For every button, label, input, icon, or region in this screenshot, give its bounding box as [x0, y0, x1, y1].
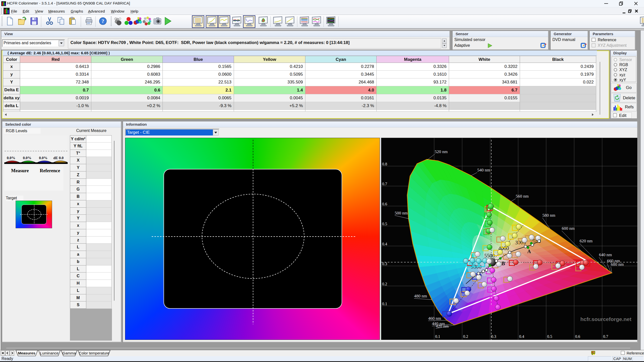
svg-text:640 nm: 640 nm: [599, 252, 612, 257]
svg-text:Gamma: Gamma: [62, 351, 76, 355]
svg-text:0.1: 0.1: [382, 302, 387, 306]
svg-text:B: B: [502, 261, 505, 266]
svg-text:0.1: 0.1: [435, 334, 440, 339]
svg-text:560 nm: 560 nm: [516, 194, 529, 199]
svg-text:0.2: 0.2: [382, 282, 387, 286]
svg-text:580 nm: 580 nm: [542, 213, 555, 218]
svg-text:Luminance: Luminance: [40, 351, 58, 355]
svg-text:Measures: Measures: [18, 351, 35, 355]
svg-text:0.8: 0.8: [382, 162, 387, 166]
svg-text:A: A: [527, 249, 531, 254]
svg-text:680 nm: 680 nm: [611, 262, 624, 267]
svg-text:5500: 5500: [484, 253, 495, 259]
svg-text:620 nm: 620 nm: [580, 239, 592, 243]
svg-text:460 nm: 460 nm: [428, 316, 441, 321]
svg-text:0.7: 0.7: [603, 334, 608, 339]
svg-text:0.3: 0.3: [382, 262, 387, 266]
svg-text:520 nm: 520 nm: [435, 149, 448, 154]
svg-text:0.3: 0.3: [491, 334, 496, 339]
svg-text:0.4: 0.4: [519, 334, 524, 339]
svg-text:600 nm: 600 nm: [562, 226, 575, 231]
svg-text:0.5: 0.5: [382, 222, 387, 226]
svg-text:480 nm: 480 nm: [414, 294, 427, 298]
svg-text:0.4: 0.4: [382, 242, 387, 246]
svg-text:0.7: 0.7: [382, 182, 387, 186]
svg-text:0.2: 0.2: [463, 334, 468, 339]
svg-text:?: ?: [102, 18, 104, 24]
svg-text:0.6: 0.6: [382, 202, 387, 206]
svg-text:500 nm: 500 nm: [395, 211, 408, 215]
svg-text:540 nm: 540 nm: [477, 168, 490, 172]
svg-text:420 nm: 420 nm: [436, 324, 449, 329]
svg-text:0.6: 0.6: [575, 334, 580, 339]
svg-text:hcfr.sourceforge.net: hcfr.sourceforge.net: [580, 316, 631, 322]
svg-text:0.5: 0.5: [547, 334, 552, 339]
svg-text:Color temperature: Color temperature: [79, 351, 109, 355]
